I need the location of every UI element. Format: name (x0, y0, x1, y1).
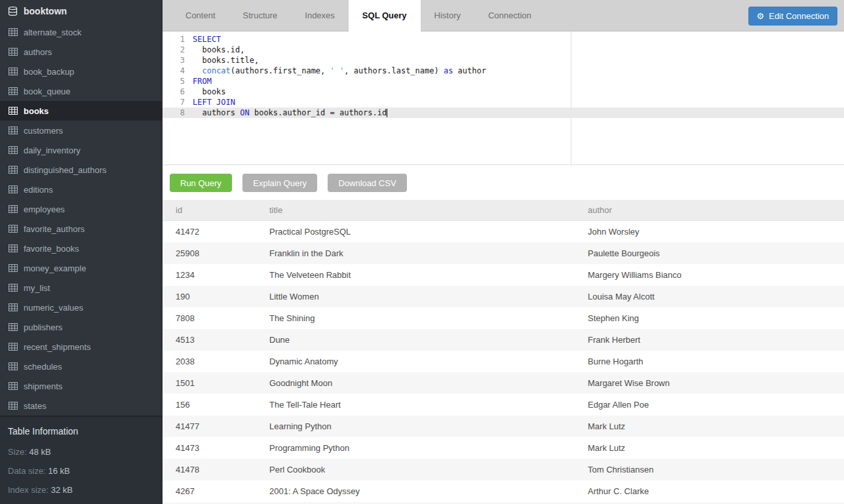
sidebar-item-editions[interactable]: editions (0, 180, 162, 199)
sidebar-item-customers[interactable]: customers (0, 121, 162, 140)
table-info-row: Index size: 32 kB (8, 485, 154, 495)
table-info-panel: Table Information Size: 48 kBData size: … (0, 416, 162, 504)
line-number: 8 (163, 107, 185, 118)
tab-structure[interactable]: Structure (229, 0, 292, 31)
run-query-button[interactable]: Run Query (170, 174, 232, 192)
sidebar-item-distinguished_authors[interactable]: distinguished_authors (0, 160, 162, 180)
table-icon (9, 343, 18, 351)
cell-id: 41478 (163, 465, 256, 475)
edit-connection-label: Edit Connection (769, 11, 829, 21)
line-number: 7 (163, 97, 185, 107)
cell-id: 4513 (163, 335, 256, 345)
sql-editor[interactable]: 1SELECT2 books.id,3 books.title,4 concat… (163, 31, 844, 165)
table-row[interactable]: 7808The ShiningStephen King (163, 307, 844, 329)
table-info-title: Table Information (8, 426, 154, 436)
cell-title: Dynamic Anatomy (256, 357, 575, 366)
cell-id: 4267 (163, 486, 256, 496)
editor-line-1: 1SELECT (163, 34, 844, 45)
download-csv-button[interactable]: Download CSV (328, 174, 406, 192)
table-name: customers (24, 126, 63, 136)
tab-history[interactable]: History (421, 0, 474, 31)
tab-list: ContentStructureIndexesSQL QueryHistoryC… (172, 0, 545, 31)
line-number: 1 (163, 34, 185, 45)
sidebar-item-daily_inventory[interactable]: daily_inventory (0, 140, 162, 160)
sidebar-item-authors[interactable]: authors (0, 42, 162, 62)
sidebar-item-employees[interactable]: employees (0, 199, 162, 219)
tab-indexes[interactable]: Indexes (291, 0, 349, 31)
sidebar-item-publishers[interactable]: publishers (0, 317, 162, 337)
sidebar-item-book_backup[interactable]: book_backup (0, 62, 162, 81)
table-row[interactable]: 1501Goodnight MoonMargaret Wise Brown (163, 372, 844, 394)
cell-title: Learning Python (256, 421, 575, 431)
column-header-author: author (575, 205, 844, 215)
table-icon (9, 303, 18, 311)
table-row[interactable]: 190Little WomenLouisa May Alcott (163, 286, 844, 307)
cell-title: Programming Python (256, 443, 575, 453)
edit-connection-button[interactable]: ⚙ Edit Connection (748, 7, 837, 26)
editor-line-2: 2 books.id, (163, 45, 844, 55)
column-header-title: title (256, 205, 575, 215)
sidebar-item-my_list[interactable]: my_list (0, 278, 162, 298)
sidebar: booktown alternate_stock authors book_ba… (0, 0, 163, 504)
explain-query-button[interactable]: Explain Query (242, 174, 317, 192)
cell-id: 2038 (163, 357, 256, 366)
table-name: money_example (24, 263, 86, 273)
table-row[interactable]: 41473Programming PythonMark Lutz (163, 437, 844, 459)
table-name: favorite_authors (24, 224, 85, 234)
cell-id: 41472 (163, 227, 256, 237)
cell-title: Franklin in the Dark (256, 248, 575, 258)
sidebar-item-numeric_values[interactable]: numeric_values (0, 298, 162, 317)
tab-connection[interactable]: Connection (474, 0, 545, 31)
table-row[interactable]: 41472Practical PostgreSQLJohn Worsley (163, 221, 844, 242)
table-row[interactable]: 2038Dynamic AnatomyBurne Hogarth (163, 351, 844, 372)
sidebar-item-schedules[interactable]: schedules (0, 357, 162, 376)
sidebar-item-books[interactable]: books (0, 101, 162, 121)
table-icon (9, 323, 18, 331)
sidebar-item-book_queue[interactable]: book_queue (0, 81, 162, 101)
table-name: employees (24, 204, 65, 214)
cell-author: Edgar Allen Poe (575, 400, 844, 410)
results-table: idtitleauthor 41472Practical PostgreSQLJ… (163, 200, 844, 504)
line-number: 2 (163, 45, 185, 55)
table-row[interactable]: 41477Learning PythonMark Lutz (163, 416, 844, 437)
cell-author: Margaret Wise Brown (575, 378, 844, 388)
table-name: shipments (24, 381, 62, 391)
editor-line-7: 7LEFT JOIN (163, 97, 844, 107)
table-row[interactable]: 1234The Velveteen RabbitMargery Williams… (163, 264, 844, 286)
sidebar-item-alternate_stock[interactable]: alternate_stock (0, 22, 162, 42)
table-name: publishers (24, 322, 62, 332)
tab-content[interactable]: Content (172, 0, 229, 31)
line-number: 6 (163, 87, 185, 97)
table-row[interactable]: 4513DuneFrank Herbert (163, 329, 844, 351)
table-row[interactable]: 25908Franklin in the DarkPaulette Bourge… (163, 242, 844, 264)
table-row[interactable]: 41478Perl CookbookTom Christiansen (163, 459, 844, 480)
results-body: 41472Practical PostgreSQLJohn Worsley259… (163, 221, 844, 502)
table-icon (9, 402, 18, 410)
tab-sql-query[interactable]: SQL Query (349, 0, 421, 31)
cell-id: 156 (163, 400, 256, 410)
sidebar-item-money_example[interactable]: money_example (0, 258, 162, 278)
table-name: daily_inventory (24, 145, 81, 155)
table-row[interactable]: 42672001: A Space OdysseyArthur C. Clark… (163, 480, 844, 502)
cell-author: Mark Lutz (575, 421, 844, 431)
table-name: distinguished_authors (24, 165, 106, 175)
app-window: booktown alternate_stock authors book_ba… (0, 0, 844, 504)
sidebar-item-favorite_authors[interactable]: favorite_authors (0, 219, 162, 239)
results-header: idtitleauthor (163, 200, 844, 221)
table-name: book_backup (24, 67, 74, 77)
table-icon (9, 146, 18, 154)
cell-title: Practical PostgreSQL (256, 227, 575, 237)
sidebar-item-favorite_books[interactable]: favorite_books (0, 239, 162, 258)
editor-line-4: 4 concat(authors.first_name, ' ', author… (163, 66, 844, 76)
cell-author: Tom Christiansen (575, 465, 844, 475)
sidebar-item-recent_shipments[interactable]: recent_shipments (0, 337, 162, 357)
gear-icon: ⚙ (757, 11, 765, 21)
cell-author: John Worsley (575, 227, 844, 237)
sidebar-item-shipments[interactable]: shipments (0, 376, 162, 396)
table-name: editions (24, 185, 53, 195)
table-name: schedules (24, 362, 62, 372)
cell-author: Margery Williams Bianco (575, 270, 844, 280)
text-cursor (387, 109, 387, 117)
table-row[interactable]: 156The Tell-Tale HeartEdgar Allen Poe (163, 394, 844, 416)
sidebar-item-states[interactable]: states (0, 396, 162, 416)
